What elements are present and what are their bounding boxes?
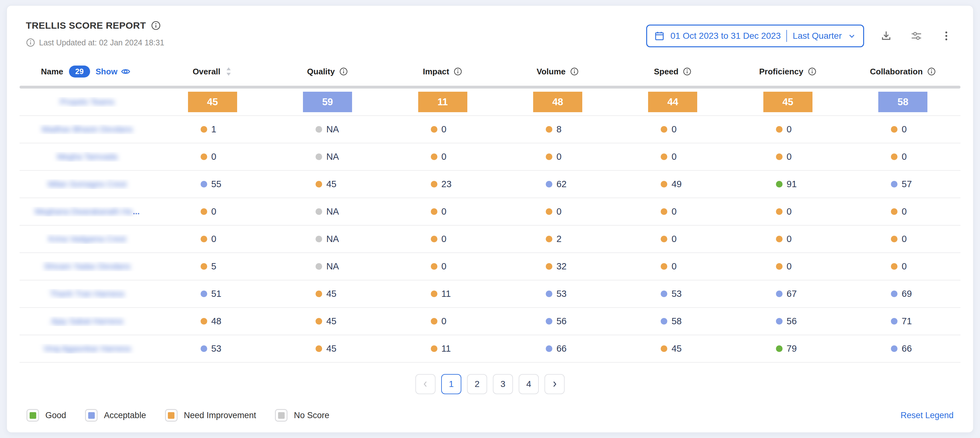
reset-legend-link[interactable]: Reset Legend: [900, 411, 953, 420]
more-options-button[interactable]: [939, 28, 954, 44]
score-cell: 0: [730, 234, 845, 244]
score-status-dot: [431, 263, 438, 270]
page-button-3[interactable]: 3: [493, 374, 513, 394]
score-value: 1: [211, 124, 224, 135]
date-divider: [786, 30, 787, 42]
legend-item-good[interactable]: Good: [27, 409, 66, 422]
column-header-impact[interactable]: Impact: [385, 67, 500, 76]
summary-score-cell: 48: [500, 92, 615, 112]
score-status-dot: [661, 236, 667, 242]
score-status-dot: [891, 153, 897, 160]
column-header-overall[interactable]: Overall: [155, 67, 270, 76]
page-button-4[interactable]: 4: [519, 374, 539, 394]
score-cell: 32: [500, 261, 615, 272]
score-status-dot: [891, 208, 897, 215]
score-value: 0: [671, 206, 685, 217]
score-status-dot: [661, 153, 667, 160]
download-button[interactable]: [878, 28, 894, 44]
last-updated-info-icon: [26, 38, 35, 47]
score-value: 0: [787, 151, 800, 162]
score-cell: 67: [730, 289, 845, 299]
score-value: 0: [442, 234, 455, 244]
score-status-dot: [315, 236, 322, 242]
score-cell: 45: [270, 179, 385, 190]
member-name-link[interactable]: Ajay Sabat Harness: [51, 316, 123, 326]
score-status-dot: [661, 290, 667, 297]
member-name-link[interactable]: Milan Somagno Crest: [48, 179, 127, 189]
score-value: 69: [902, 289, 915, 299]
info-icon[interactable]: [570, 67, 579, 76]
legend-checkbox[interactable]: [165, 409, 178, 422]
legend-checkbox[interactable]: [85, 409, 98, 422]
score-cell: 0: [846, 124, 961, 135]
name-header-label: Name: [41, 67, 63, 76]
score-value: 45: [326, 289, 339, 299]
member-name-link[interactable]: Madhav Bhasin Devdans: [41, 124, 132, 134]
column-header-volume[interactable]: Volume: [500, 67, 615, 76]
score-badge: 44: [648, 92, 697, 112]
column-header-proficiency[interactable]: Proficiency: [730, 67, 845, 76]
score-value: 0: [787, 124, 800, 135]
column-header-label: Quality: [307, 67, 335, 76]
legend-checkbox[interactable]: [275, 409, 288, 422]
calendar-icon: [654, 30, 665, 41]
settings-button[interactable]: [908, 28, 924, 44]
score-cell: 0: [615, 261, 730, 272]
score-status-dot: [431, 153, 438, 160]
score-badge: 58: [878, 92, 928, 112]
score-value: 32: [557, 261, 570, 272]
member-name-link[interactable]: Megha Tamvada: [57, 152, 118, 162]
legend-item-need[interactable]: Need Improvement: [165, 409, 256, 422]
score-cell: 0: [730, 206, 845, 217]
score-value: 0: [211, 206, 224, 217]
score-status-dot: [776, 236, 783, 242]
score-value: 53: [671, 289, 685, 299]
score-status-dot: [200, 208, 207, 215]
member-name-link[interactable]: Thanh Tran Harness: [50, 289, 124, 299]
score-status-dot: [891, 236, 897, 242]
score-status-dot: [661, 318, 667, 325]
legend-checkbox[interactable]: [27, 409, 39, 422]
member-name-link[interactable]: Meghana Dwarakanath Ha: [35, 207, 132, 217]
score-value: 0: [557, 206, 570, 217]
score-value: 0: [902, 261, 915, 272]
score-status-dot: [776, 126, 783, 133]
score-cell: 0: [615, 124, 730, 135]
column-header-quality[interactable]: Quality: [270, 67, 385, 76]
column-header-collaboration[interactable]: Collaboration: [846, 67, 961, 76]
score-value: 0: [442, 206, 455, 217]
info-icon[interactable]: [808, 67, 816, 76]
score-cell: NA: [270, 234, 385, 244]
title-info-icon[interactable]: [151, 21, 161, 30]
legend-item-acceptable[interactable]: Acceptable: [85, 409, 146, 422]
table-row: Viraj Ajgaonkar Harness53451166457966: [19, 335, 961, 363]
score-status-dot: [546, 208, 552, 215]
report-title-block: TRELLIS SCORE REPORT Last Updated at: 02…: [26, 20, 164, 47]
member-name-link[interactable]: Shivam Yadav Devdans: [44, 261, 130, 271]
info-icon[interactable]: [683, 67, 692, 76]
page-button-2[interactable]: 2: [467, 374, 487, 394]
legend-item-none[interactable]: No Score: [275, 409, 329, 422]
score-status-dot: [315, 290, 322, 297]
table-row: Ajay Sabat Harness4845056585671: [19, 308, 961, 335]
sort-icon[interactable]: [225, 67, 232, 76]
score-status-dot: [200, 318, 207, 325]
date-range-button[interactable]: 01 Oct 2023 to 31 Dec 2023 Last Quarter: [646, 25, 864, 47]
score-cell: 0: [615, 151, 730, 162]
info-icon[interactable]: [453, 67, 462, 76]
column-header-speed[interactable]: Speed: [615, 67, 730, 76]
horizontal-scrollbar[interactable]: [19, 86, 961, 89]
page-button-1[interactable]: 1: [441, 374, 461, 394]
info-icon[interactable]: [339, 67, 348, 76]
next-page-button[interactable]: [544, 374, 565, 394]
show-names-button[interactable]: Show: [96, 67, 131, 76]
score-status-dot: [431, 318, 438, 325]
score-value: 23: [442, 179, 455, 190]
score-status-dot: [776, 208, 783, 215]
member-name-link[interactable]: Krina Vadgama Crest: [48, 234, 126, 244]
previous-page-button[interactable]: [415, 374, 436, 394]
info-icon[interactable]: [927, 67, 936, 76]
member-name-link[interactable]: Viraj Ajgaonkar Harness: [43, 344, 131, 354]
summary-score-cell: 45: [155, 92, 270, 112]
member-name-link[interactable]: Propelo Teams: [60, 97, 115, 107]
